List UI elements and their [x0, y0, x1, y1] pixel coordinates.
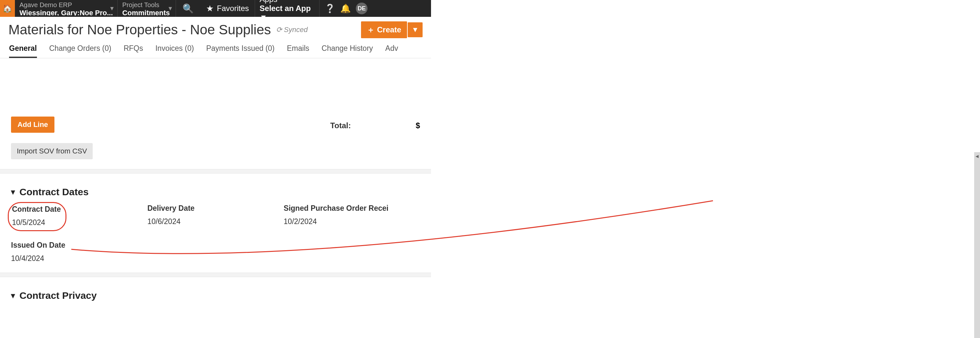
delivery-date-field: Delivery Date 10/6/2024 [148, 204, 284, 228]
crumb-tool-value: Commitments [122, 9, 171, 16]
tab-payments[interactable]: Payments Issued (0) [206, 44, 275, 58]
issued-date-field: Issued On Date 10/4/2024 [11, 241, 148, 263]
star-icon: ★ [206, 3, 213, 14]
signed-po-label: Signed Purchase Order Recei [283, 204, 420, 213]
favorites-label: Favorites [217, 4, 249, 13]
chevron-down-icon: ▼ [167, 5, 173, 12]
home-icon[interactable]: 🏠 [0, 0, 15, 17]
crumb-tool[interactable]: Project Tools Commitments ▼ [118, 0, 176, 17]
create-dropdown[interactable]: ▼ [408, 22, 423, 37]
import-sov-button[interactable]: Import SOV from CSV [11, 143, 93, 159]
crumb-project[interactable]: Agave Demo ERP Wiessinger, Gary:Noe Pro.… [15, 0, 118, 17]
sync-icon: ⟳ [276, 25, 282, 34]
issued-date-value: 10/4/2024 [11, 254, 148, 263]
chevron-down-icon: ▼ [259, 13, 315, 22]
total-label: Total: [330, 121, 416, 130]
add-line-button[interactable]: Add Line [11, 117, 54, 133]
apps-label: Apps [259, 0, 315, 4]
bell-icon[interactable]: 🔔 [340, 3, 351, 14]
search-icon[interactable]: 🔍 [183, 3, 194, 14]
contract-date-field: Contract Date 10/5/2024 [11, 204, 148, 228]
section-contract-privacy[interactable]: ▾ Contract Privacy [11, 287, 420, 308]
tab-change-orders[interactable]: Change Orders (0) [49, 44, 111, 58]
section-contract-dates[interactable]: ▾ Contract Dates [11, 183, 420, 204]
apps-dropdown[interactable]: Apps Select an App ▼ [255, 0, 320, 17]
erp-topbar: 🏠 Agave Demo ERP Wiessinger, Gary:Noe Pr… [0, 0, 431, 17]
tab-advanced[interactable]: Adv [385, 44, 398, 58]
crumb-project-value: Wiessinger, Gary:Noe Pro... [19, 9, 113, 16]
issued-date-label: Issued On Date [11, 241, 148, 250]
crumb-project-label: Agave Demo ERP [19, 1, 113, 9]
tabs: General Change Orders (0) RFQs Invoices … [0, 40, 431, 58]
tab-general[interactable]: General [9, 44, 37, 58]
signed-po-value: 10/2/2024 [283, 217, 420, 226]
favorites-button[interactable]: ★ Favorites [200, 0, 255, 17]
tab-invoices[interactable]: Invoices (0) [155, 44, 194, 58]
apps-value: Select an App [259, 4, 315, 13]
signed-po-field: Signed Purchase Order Recei 10/2/2024 [283, 204, 420, 228]
sync-badge: ⟳Synced [276, 25, 307, 34]
crumb-tool-label: Project Tools [122, 1, 171, 9]
chevron-down-icon: ▾ [11, 187, 15, 197]
tab-emails[interactable]: Emails [287, 44, 309, 58]
plus-icon: ＋ [367, 25, 375, 35]
contract-date-value: 10/5/2024 [12, 218, 61, 227]
contract-date-label: Contract Date [12, 205, 61, 214]
chevron-down-icon: ▾ [11, 291, 15, 300]
tab-change-history[interactable]: Change History [321, 44, 373, 58]
delivery-date-value: 10/6/2024 [148, 217, 284, 226]
create-button[interactable]: ＋Create [361, 21, 407, 38]
avatar[interactable]: DE [356, 3, 368, 14]
chevron-down-icon: ▼ [109, 5, 115, 12]
page-title: Materials for Noe Properties - Noe Suppl… [8, 22, 271, 38]
help-icon[interactable]: ❔ [325, 3, 335, 14]
tab-rfqs[interactable]: RFQs [124, 44, 143, 58]
delivery-date-label: Delivery Date [148, 204, 284, 213]
total-value: $ [416, 121, 420, 130]
